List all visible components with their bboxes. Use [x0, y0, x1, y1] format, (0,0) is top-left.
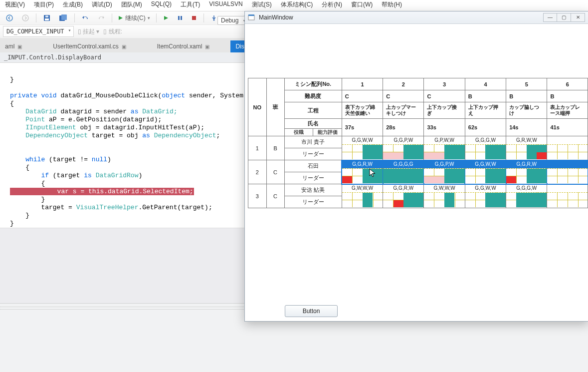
svg-rect-16 [248, 14, 254, 16]
thread-label: ▯ 线程: [103, 27, 122, 36]
pause-button[interactable] [175, 13, 186, 23]
menu-analyze[interactable]: 分析(N) [322, 0, 342, 9]
grid-cell[interactable]: G,G,W,W [465, 184, 506, 208]
menu-architecture[interactable]: 体系结构(C) [281, 0, 313, 9]
nav-forward-button[interactable] [19, 13, 32, 23]
svg-point-0 [6, 15, 12, 21]
grid-cell[interactable]: G,G,G,G [383, 160, 424, 184]
highlighted-line: var s = this.dataGrid.SelectedItem; [10, 188, 194, 195]
svg-rect-9 [178, 16, 180, 20]
pin-icon: ▣ [205, 44, 209, 49]
grid-cell[interactable]: G,G,W,W [465, 160, 506, 184]
grid-cell[interactable]: G,G,R,W [342, 160, 383, 184]
grid-cell[interactable] [547, 136, 588, 160]
pin-icon: ▣ [17, 44, 22, 49]
tab-xaml[interactable]: aml▣ [0, 40, 28, 52]
svg-rect-4 [45, 15, 48, 17]
grid-cell[interactable]: G,G,P,W [424, 160, 465, 184]
grid-cell[interactable] [547, 160, 588, 184]
maximize-button[interactable]: ▢ [557, 13, 571, 22]
process-dropdown[interactable]: DG_COMPLEX_INPUT [3, 26, 74, 37]
pin-icon: ▣ [122, 44, 126, 49]
minimize-button[interactable]: — [543, 13, 557, 22]
save-button[interactable] [40, 13, 53, 23]
grid-cell[interactable]: G,P,W,W [424, 136, 465, 160]
grid-cell[interactable]: G,W,W,W [424, 184, 465, 208]
redo-button[interactable] [95, 13, 108, 23]
svg-marker-7 [119, 16, 123, 20]
run-button[interactable] [161, 13, 172, 23]
start-continue-dropdown[interactable]: 继续(C) ▾ [116, 14, 152, 22]
menu-help[interactable]: 帮助(H) [382, 0, 402, 9]
menu-team[interactable]: 团队(M) [121, 0, 142, 9]
grid-cell[interactable]: G,G,G,W [465, 136, 506, 160]
menu-sql[interactable]: SQL(Q) [151, 0, 172, 9]
window-titlebar[interactable]: MainWindow — ▢ ✕ [245, 11, 588, 24]
close-button[interactable]: ✕ [571, 13, 585, 22]
config-dropdown-label: Debug [221, 17, 238, 24]
menu-window[interactable]: 窗口(W) [351, 0, 373, 9]
save-all-button[interactable] [56, 13, 70, 23]
svg-rect-6 [61, 14, 67, 20]
suspend-label: ▯ 挂起 ▾ [78, 27, 100, 36]
main-menu-bar: 视图(V) 项目(P) 生成(B) 调试(D) 团队(M) SQL(Q) 工具(… [0, 0, 588, 11]
data-grid[interactable]: NO班ミシン配列No.123456難易度CCCBBB工程表下カップ綿天竺仮縫い上… [248, 78, 588, 208]
app-icon [248, 14, 255, 21]
grid-cell[interactable]: G,G,R,W [506, 160, 547, 184]
grid-cell[interactable]: G,G,R,W [383, 184, 424, 208]
grid-cell[interactable]: G,G,W,W [342, 136, 383, 160]
menu-test[interactable]: 测试(S) [252, 0, 272, 9]
svg-marker-8 [164, 16, 168, 20]
tab-useritemcontrol[interactable]: UserItemControl.xaml.cs▣ [48, 40, 132, 52]
stop-button[interactable] [189, 13, 199, 23]
svg-rect-3 [45, 18, 49, 20]
tab-itemcontrol[interactable]: ItemControl.xaml▣ [152, 40, 216, 52]
continue-label: 继续(C) [125, 14, 146, 22]
svg-point-1 [22, 15, 28, 21]
svg-point-12 [213, 19, 214, 21]
grid-cell[interactable]: G,G,P,W [383, 136, 424, 160]
menu-build[interactable]: 生成(B) [63, 0, 83, 9]
menu-debug[interactable]: 调试(D) [92, 0, 112, 9]
grid-cell[interactable]: G,R,W,W [506, 136, 547, 160]
nav-back-button[interactable] [3, 13, 16, 23]
menu-tools[interactable]: 工具(T) [181, 0, 200, 9]
menu-view[interactable]: 视图(V) [5, 0, 25, 9]
action-button[interactable]: Button [285, 305, 338, 317]
svg-rect-15 [248, 15, 254, 20]
undo-button[interactable] [79, 13, 92, 23]
grid-cell[interactable]: G,G,G,W [506, 184, 547, 208]
grid-cell[interactable]: G,W,W,W [342, 184, 383, 208]
menu-project[interactable]: 项目(P) [34, 0, 54, 9]
grid-cell[interactable] [547, 184, 588, 208]
svg-rect-10 [181, 16, 182, 20]
window-title: MainWindow [259, 14, 293, 21]
main-window: MainWindow — ▢ ✕ NO班ミシン配列No.123456難易度CCC… [244, 11, 588, 322]
menu-visualsvn[interactable]: VISUALSVN [209, 0, 242, 9]
svg-rect-11 [192, 16, 196, 20]
